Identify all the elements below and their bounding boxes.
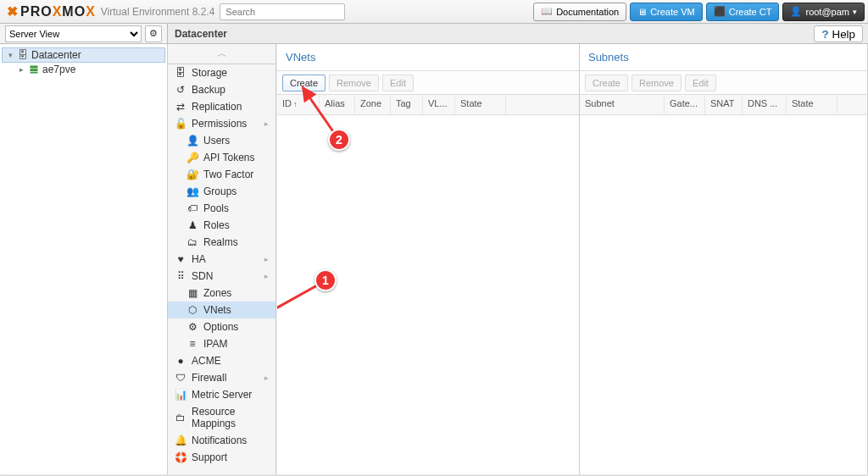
tree-header: Server View ⚙	[0, 24, 168, 43]
search-input[interactable]	[220, 3, 345, 20]
tree-node-datacenter[interactable]: ▾ 🗄 Datacenter	[2, 47, 165, 63]
nav-item-label: Storage	[192, 67, 227, 79]
nav-item-users[interactable]: 👤Users	[168, 132, 275, 149]
logo-x-icon: ✖	[7, 3, 19, 19]
column-header[interactable]: Subnet	[580, 95, 665, 114]
create-vm-label: Create VM	[650, 7, 695, 17]
nav-item-pools[interactable]: 🏷Pools	[168, 200, 275, 217]
nav-item-sdn[interactable]: ⠿SDN▸	[168, 268, 275, 285]
nav-item-groups[interactable]: 👥Groups	[168, 183, 275, 200]
nav-item-vnets[interactable]: ⬡VNets	[168, 302, 275, 318]
pools-icon: 🏷	[186, 202, 198, 214]
nav-item-label: Options	[203, 321, 238, 333]
side-nav: ︿ 🗄Storage↺Backup⇄Replication🔓Permission…	[168, 44, 276, 474]
column-header[interactable]: SNAT	[705, 95, 743, 114]
nav-item-ipam[interactable]: ≡IPAM	[168, 335, 275, 352]
tree-settings-button[interactable]: ⚙	[145, 25, 162, 42]
vnets-create-button[interactable]: Create	[282, 75, 326, 91]
nav-item-support[interactable]: 🛟Support	[168, 449, 275, 466]
users-icon: 👤	[186, 135, 198, 147]
server-icon	[29, 64, 39, 75]
column-header[interactable]: DNS ...	[743, 95, 787, 114]
sort-asc-icon: ↑	[293, 100, 298, 108]
collapse-nav-button[interactable]: ︿	[168, 44, 275, 64]
nav-item-permissions[interactable]: 🔓Permissions▸	[168, 115, 275, 132]
nav-item-label: API Tokens	[203, 152, 254, 163]
zones-icon: ▦	[186, 287, 198, 299]
notifications-icon: 🔔	[175, 434, 186, 446]
nav-item-label: Zones	[203, 287, 231, 299]
nav-item-two-factor[interactable]: 🔐Two Factor	[168, 166, 275, 183]
help-icon: ?	[821, 28, 828, 41]
column-header[interactable]: State	[787, 95, 837, 114]
user-menu-button[interactable]: 👤 root@pam ▾	[782, 3, 865, 21]
column-header[interactable]: ID↑	[277, 95, 320, 114]
breadcrumb: Datacenter	[168, 24, 809, 43]
column-header[interactable]: Alias	[320, 95, 355, 114]
subnets-edit-button[interactable]: Edit	[685, 75, 716, 91]
nav-item-resource-mappings[interactable]: 🗀Resource Mappings	[168, 403, 275, 432]
gear-icon: ⚙	[149, 28, 158, 39]
nav-item-label: Firewall	[192, 372, 226, 384]
create-vm-button[interactable]: 🖥 Create VM	[630, 3, 703, 21]
nav-item-metric-server[interactable]: 📊Metric Server	[168, 386, 275, 403]
nav-item-notifications[interactable]: 🔔Notifications	[168, 432, 275, 449]
column-header[interactable]: Tag	[391, 95, 423, 114]
nav-item-label: IPAM	[203, 338, 227, 350]
vnets-remove-button[interactable]: Remove	[329, 75, 379, 91]
expand-icon: ▸	[17, 65, 25, 74]
column-header[interactable]: Gate...	[665, 95, 705, 114]
nav-item-label: Users	[203, 135, 230, 147]
options-icon: ⚙	[186, 321, 198, 333]
user-icon: 👤	[790, 6, 802, 17]
nav-item-ha[interactable]: ♥HA▸	[168, 251, 275, 268]
backup-icon: ↺	[175, 84, 186, 96]
nav-item-replication[interactable]: ⇄Replication	[168, 98, 275, 115]
replication-icon: ⇄	[175, 101, 186, 113]
nav-item-backup[interactable]: ↺Backup	[168, 81, 275, 98]
column-header[interactable]: VL...	[423, 95, 455, 114]
documentation-button[interactable]: 📖 Documentation	[533, 3, 626, 21]
annotation-badge-1: 1	[314, 269, 337, 291]
subnets-create-button[interactable]: Create	[585, 75, 628, 91]
subnets-grid-header: SubnetGate...SNATDNS ...State	[580, 95, 867, 115]
view-mode-select[interactable]: Server View	[5, 25, 142, 42]
nav-item-label: Permissions	[192, 118, 247, 130]
column-header[interactable]: Zone	[355, 95, 391, 114]
vnets-edit-button[interactable]: Edit	[382, 75, 414, 91]
expand-icon: ▾	[6, 51, 14, 59]
firewall-icon: 🛡	[175, 372, 186, 384]
nav-item-options[interactable]: ⚙Options	[168, 318, 275, 335]
cube-icon: ⬛	[714, 6, 726, 17]
nav-item-label: Two Factor	[203, 169, 253, 180]
sub-toolbar: Server View ⚙ Datacenter ? Help	[0, 24, 868, 44]
acme-icon: ●	[175, 355, 186, 367]
book-icon: 📖	[541, 6, 553, 17]
roles-icon: ♟	[186, 219, 198, 231]
nav-item-acme[interactable]: ●ACME	[168, 352, 275, 369]
tree-node-server[interactable]: ▸ ae7pve	[2, 63, 165, 76]
nav-item-zones[interactable]: ▦Zones	[168, 285, 275, 302]
resource-tree: ▾ 🗄 Datacenter ▸ ae7pve	[0, 44, 168, 474]
nav-item-api-tokens[interactable]: 🔑API Tokens	[168, 149, 275, 166]
column-header[interactable]: State	[455, 95, 506, 114]
nav-item-roles[interactable]: ♟Roles	[168, 217, 275, 234]
nav-item-storage[interactable]: 🗄Storage	[168, 64, 275, 81]
nav-item-label: Support	[192, 451, 227, 463]
api-tokens-icon: 🔑	[186, 152, 198, 163]
nav-item-label: Roles	[203, 219, 230, 231]
help-button[interactable]: ? Help	[814, 25, 863, 42]
create-ct-button[interactable]: ⬛ Create CT	[706, 3, 780, 21]
tree-node-label: Datacenter	[31, 49, 81, 61]
sdn-icon: ⠿	[175, 270, 186, 282]
subnets-remove-button[interactable]: Remove	[632, 75, 682, 91]
ipam-icon: ≡	[186, 338, 198, 350]
help-label: Help	[832, 28, 855, 41]
nav-item-label: HA	[192, 253, 206, 265]
nav-item-realms[interactable]: 🗂Realms	[168, 234, 275, 251]
svg-rect-2	[31, 72, 38, 74]
nav-item-label: Resource Mappings	[192, 406, 269, 429]
svg-rect-0	[31, 66, 38, 69]
chevron-right-icon: ▸	[264, 272, 269, 280]
nav-item-firewall[interactable]: 🛡Firewall▸	[168, 369, 275, 386]
